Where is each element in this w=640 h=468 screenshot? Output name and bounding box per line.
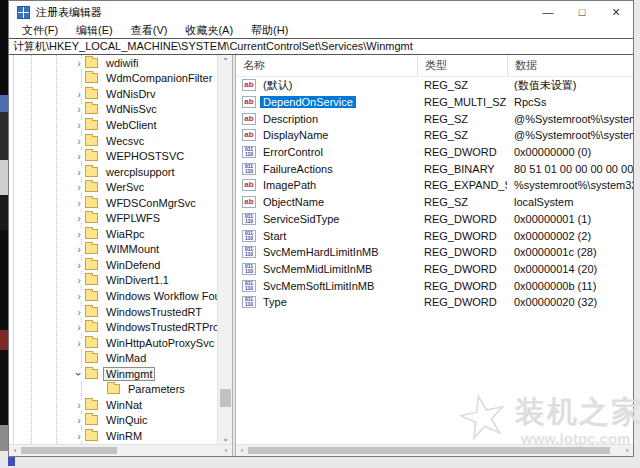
tree-item-label[interactable]: WinNat [103, 399, 145, 411]
maximize-button[interactable]: □ [565, 1, 599, 23]
chevron-right-icon[interactable]: › [73, 307, 85, 317]
value-name[interactable]: (默认) [260, 78, 295, 93]
column-header-type[interactable]: 类型 [417, 55, 507, 76]
tree-item-wdiwifi[interactable]: ›wdiwifi [9, 55, 232, 71]
value-name[interactable]: Type [260, 296, 290, 308]
value-name[interactable]: DependOnService [260, 96, 356, 108]
tree-item-wfdsconmgrsvc[interactable]: ›WFDSConMgrSvc [9, 195, 232, 211]
value-name[interactable]: DisplayName [260, 129, 331, 141]
scroll-right-icon[interactable]: › [220, 445, 232, 456]
value-name[interactable]: ImagePath [260, 179, 319, 191]
value-name[interactable]: SvcMemSoftLimitInMB [260, 280, 377, 292]
value-name[interactable]: Start [260, 230, 289, 242]
chevron-right-icon[interactable]: › [73, 89, 85, 99]
minimize-button[interactable]: — [531, 1, 565, 23]
registry-value-row[interactable]: abObjectNameREG_SZlocalSystem [236, 194, 633, 211]
column-header-name[interactable]: 名称 [236, 55, 417, 76]
tree-item-label[interactable]: WiaRpc [103, 228, 148, 240]
tree-item-label[interactable]: WEPHOSTSVC [103, 150, 187, 162]
tree-item-winnat[interactable]: ›WinNat [9, 397, 232, 413]
tree-item-label[interactable]: WdNisDrv [103, 88, 159, 100]
registry-value-row[interactable]: ab(默认)REG_SZ(数值未设置) [236, 77, 633, 94]
column-header-data[interactable]: 数据 [507, 55, 633, 76]
registry-value-row[interactable]: 011110SvcMemMidLimitInMBREG_DWORD0x00000… [236, 261, 633, 278]
tree-item-windowstrustedrtproxy[interactable]: ›WindowsTrustedRTProxy [9, 319, 232, 335]
tree-item-label[interactable]: WFPLWFS [103, 212, 163, 224]
registry-value-row[interactable]: 011110ErrorControlREG_DWORD0x00000000 (0… [236, 144, 633, 161]
value-name[interactable]: ServiceSidType [260, 213, 342, 225]
tree-item-winhttpautoproxysvc[interactable]: ›WinHttpAutoProxySvc [9, 335, 232, 351]
tree-item-winrm[interactable]: ›WinRM [9, 428, 232, 444]
tree-horizontal-scrollbar[interactable]: ‹ › [9, 444, 232, 456]
tree-vertical-scrollbar[interactable]: ⌃ ⌄ [217, 55, 232, 444]
chevron-right-icon[interactable]: › [73, 338, 85, 348]
menu-item[interactable]: 收藏夹(A) [176, 23, 242, 38]
scroll-down-icon[interactable]: ⌄ [218, 432, 232, 444]
tree-item-wecsvc[interactable]: ›Wecsvc [9, 133, 232, 149]
tree-item-windowstrustedrt[interactable]: ›WindowsTrustedRT [9, 304, 232, 320]
chevron-right-icon[interactable]: › [73, 229, 85, 239]
scroll-up-icon[interactable]: ⌃ [218, 55, 232, 67]
chevron-right-icon[interactable]: › [73, 291, 85, 301]
scroll-left-icon[interactable]: ‹ [9, 445, 21, 456]
tree-item-label[interactable]: WdNisSvc [103, 103, 160, 115]
chevron-right-icon[interactable]: › [73, 322, 85, 332]
tree-item-windefend[interactable]: ›WinDefend [9, 257, 232, 273]
tree-item-label[interactable]: WinDefend [103, 259, 163, 271]
tree-item-label[interactable]: WinMad [103, 352, 149, 364]
chevron-right-icon[interactable]: › [73, 120, 85, 130]
chevron-right-icon[interactable]: › [73, 182, 85, 192]
tree-item-winmad[interactable]: WinMad [9, 350, 232, 366]
tree-item-winquic[interactable]: ›WinQuic [9, 413, 232, 429]
tree-item-label[interactable]: WdmCompanionFilter [103, 72, 215, 84]
registry-value-row[interactable]: 011110SvcMemSoftLimitInMBREG_DWORD0x0000… [236, 277, 633, 294]
value-name[interactable]: SvcMemHardLimitInMB [260, 246, 382, 258]
registry-value-row[interactable]: abDisplayNameREG_SZ@%Systemroot%\system3 [236, 127, 633, 144]
tree-item-label[interactable]: wercplsupport [103, 166, 177, 178]
scrollbar-thumb[interactable] [220, 389, 231, 407]
scrollbar-thumb[interactable] [21, 447, 117, 454]
tree-item-label[interactable]: WinRM [103, 430, 145, 442]
chevron-right-icon[interactable]: › [73, 58, 85, 68]
menu-item[interactable]: 查看(V) [122, 23, 177, 38]
tree-item-wdmcompanionfilter[interactable]: WdmCompanionFilter [9, 71, 232, 87]
tree-item-label[interactable]: WinHttpAutoProxySvc [103, 337, 217, 349]
chevron-right-icon[interactable]: › [73, 104, 85, 114]
registry-value-row[interactable]: abDependOnServiceREG_MULTI_SZRpcSs [236, 94, 633, 111]
chevron-right-icon[interactable]: › [73, 431, 85, 441]
registry-value-row[interactable]: 011110SvcMemHardLimitInMBREG_DWORD0x0000… [236, 244, 633, 261]
tree-item-windivert1-1[interactable]: ›WinDivert1.1 [9, 273, 232, 289]
scroll-right-icon[interactable]: › [621, 445, 633, 456]
registry-value-row[interactable]: 011110ServiceSidTypeREG_DWORD0x00000001 … [236, 211, 633, 228]
registry-value-row[interactable]: 011110TypeREG_DWORD0x00000020 (32) [236, 294, 633, 311]
value-name[interactable]: ErrorControl [260, 146, 326, 158]
chevron-down-icon[interactable]: › [74, 368, 84, 380]
chevron-right-icon[interactable]: › [73, 198, 85, 208]
tree-item-wfplwfs[interactable]: ›WFPLWFS [9, 210, 232, 226]
scrollbar-thumb[interactable] [248, 447, 610, 454]
tree-item-wersvc[interactable]: ›WerSvc [9, 179, 232, 195]
value-name[interactable]: ObjectName [260, 196, 327, 208]
menu-item[interactable]: 编辑(E) [67, 23, 122, 38]
tree-item-parameters[interactable]: Parameters [9, 381, 232, 397]
registry-value-row[interactable]: 011110StartREG_DWORD0x00000002 (2) [236, 227, 633, 244]
tree-item-label[interactable]: Winmgmt [103, 367, 155, 381]
tree-item-label[interactable]: WinDivert1.1 [103, 274, 172, 286]
tree-item-label[interactable]: WindowsTrustedRTProxy [103, 321, 232, 333]
tree-item-label[interactable]: WinQuic [103, 414, 151, 426]
list-horizontal-scrollbar[interactable]: ‹ › [236, 444, 633, 456]
registry-value-row[interactable]: abDescriptionREG_SZ@%Systemroot%\system3 [236, 110, 633, 127]
chevron-right-icon[interactable]: › [73, 244, 85, 254]
chevron-right-icon[interactable]: › [73, 151, 85, 161]
tree-item-winmgmt[interactable]: ›Winmgmt [9, 366, 232, 382]
scroll-left-icon[interactable]: ‹ [236, 445, 248, 456]
chevron-right-icon[interactable]: › [73, 260, 85, 270]
chevron-right-icon[interactable]: › [73, 275, 85, 285]
address-bar[interactable]: 计算机\HKEY_LOCAL_MACHINE\SYSTEM\CurrentCon… [9, 38, 633, 55]
value-name[interactable]: SvcMemMidLimitInMB [260, 263, 375, 275]
registry-value-row[interactable]: 011110FailureActionsREG_BINARY80 51 01 0… [236, 160, 633, 177]
chevron-right-icon[interactable]: › [73, 136, 85, 146]
menu-item[interactable]: 文件(F) [13, 23, 67, 38]
tree-item-wephostsvc[interactable]: ›WEPHOSTSVC [9, 148, 232, 164]
registry-value-row[interactable]: abImagePathREG_EXPAND_SZ%systemroot%\sys… [236, 177, 633, 194]
